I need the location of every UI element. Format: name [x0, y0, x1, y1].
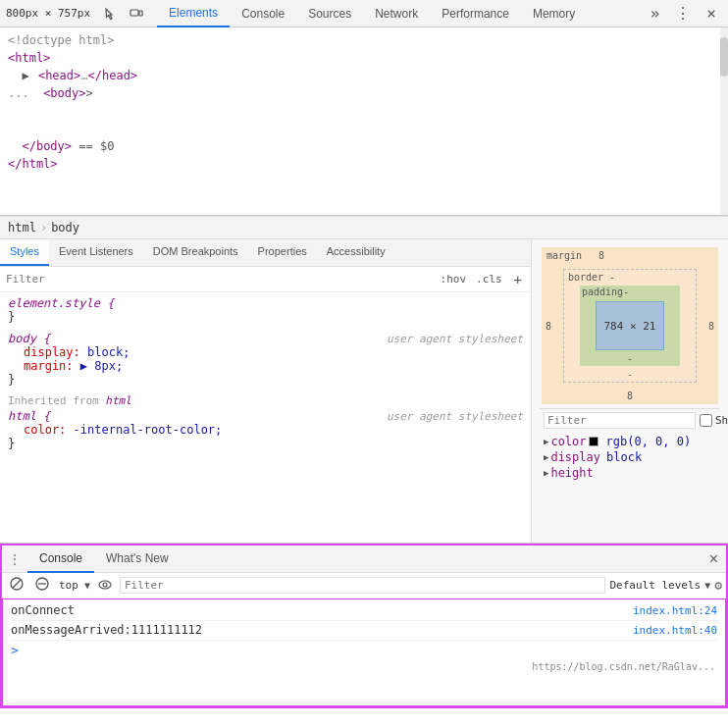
console-url: https://blog.csdn.net/RaGlav...: [11, 657, 717, 676]
console-prompt[interactable]: >: [11, 643, 717, 657]
console-drag-handle[interactable]: ⋮: [2, 551, 27, 567]
padding-bottom-value: -: [627, 353, 633, 364]
styles-panel: Styles Event Listeners DOM Breakpoints P…: [0, 239, 728, 544]
tab-event-listeners[interactable]: Event Listeners: [49, 239, 143, 266]
breadcrumb-separator: ›: [40, 221, 47, 234]
border-bottom-value: -: [627, 369, 633, 380]
console-log-onmessage: onMessageArrived:1111111112 index.html:4…: [11, 621, 717, 641]
devtools-main-tabs: Elements Console Sources Network Perform…: [157, 0, 643, 27]
style-close-brace: }: [8, 310, 15, 324]
show-all-text: Show all: [715, 414, 728, 427]
style-source-body: user agent stylesheet: [387, 333, 523, 345]
style-val-color: -internal-root-color;: [74, 423, 223, 437]
show-all-label: Show all: [700, 414, 728, 427]
margin-right-value: 8: [708, 321, 714, 332]
tab-dom-breakpoints[interactable]: DOM Breakpoints: [143, 239, 248, 266]
style-selector-body: body {: [8, 332, 50, 345]
dom-tree: <!doctype html> <html> ▶ <head>…</head> …: [0, 27, 728, 215]
style-prop-color: color:: [24, 423, 66, 437]
cls-button[interactable]: .cls: [473, 272, 505, 286]
border-top-value: -: [609, 272, 615, 283]
style-source-html: user agent stylesheet: [387, 410, 523, 423]
breadcrumb-body[interactable]: body: [51, 221, 79, 234]
color-swatch: [589, 437, 598, 446]
computed-properties: ▶ color rgb(0, 0, 0) ▶ display block ▶ h…: [540, 432, 720, 535]
tab-sources[interactable]: Sources: [296, 0, 363, 27]
inherited-from-label: Inherited from html: [8, 394, 523, 407]
more-tabs-icon[interactable]: »: [645, 2, 666, 25]
dom-line[interactable]: ▶ <head>…</head>: [8, 67, 720, 84]
computed-prop-display[interactable]: ▶ display block: [544, 449, 716, 465]
clear-console-icon[interactable]: [6, 575, 27, 596]
cursor-icon[interactable]: [100, 3, 122, 25]
tab-network[interactable]: Network: [363, 0, 430, 27]
tab-memory[interactable]: Memory: [521, 0, 587, 27]
hov-button[interactable]: :hov: [438, 272, 470, 286]
show-all-checkbox[interactable]: [700, 414, 712, 427]
box-model-container: margin 8 border - padding- 784 × 21: [540, 247, 720, 404]
no-entry-icon[interactable]: [31, 575, 53, 596]
close-console-button[interactable]: ×: [702, 550, 726, 568]
box-model: margin 8 border - padding- 784 × 21: [542, 247, 718, 404]
svg-rect-1: [139, 11, 142, 16]
dom-line: [8, 120, 720, 137]
style-val-display: block;: [87, 345, 130, 359]
svg-rect-0: [130, 10, 138, 16]
style-prop-margin: margin:: [24, 359, 74, 373]
console-output: onConnect index.html:24 onMessageArrived…: [2, 598, 726, 706]
console-toolbar: top ▼ Default levels ▼ ⚙: [2, 573, 726, 598]
computed-prop-color[interactable]: ▶ color rgb(0, 0, 0): [544, 434, 716, 449]
toolbar-icons: [100, 3, 147, 25]
tab-console-bottom[interactable]: Console: [27, 546, 94, 573]
context-dropdown-icon[interactable]: ▼: [84, 580, 90, 591]
console-settings-icon[interactable]: ⚙: [714, 578, 722, 593]
style-val-margin: ▶ 8px;: [80, 359, 123, 373]
style-rule-html: html { user agent stylesheet color: -int…: [8, 409, 523, 450]
expand-color-icon[interactable]: ▶: [544, 437, 548, 446]
dom-line[interactable]: ... <body>>: [8, 84, 720, 102]
breadcrumb-html[interactable]: html: [8, 221, 36, 234]
styles-filter-bar: :hov .cls +: [0, 267, 531, 292]
styles-filter-input[interactable]: [6, 273, 432, 286]
expand-head-icon[interactable]: ▶: [22, 67, 28, 84]
eye-icon[interactable]: [94, 576, 116, 595]
svg-line-3: [13, 580, 21, 588]
computed-filter-input[interactable]: [544, 412, 696, 429]
tab-console[interactable]: Console: [230, 0, 296, 27]
tab-whats-new[interactable]: What's New: [94, 546, 181, 573]
devtools-topbar: 800px × 757px Elements Console Sources N…: [0, 0, 728, 27]
svg-point-6: [99, 581, 111, 589]
more-menu-icon[interactable]: ⋮: [669, 2, 697, 25]
console-tab-bar: ⋮ Console What's New ×: [2, 546, 726, 573]
levels-dropdown-icon[interactable]: ▼: [704, 580, 710, 591]
tab-accessibility[interactable]: Accessibility: [317, 239, 395, 266]
dom-scrollbar[interactable]: [720, 27, 728, 215]
log-source-onmessage[interactable]: index.html:40: [633, 622, 717, 640]
expand-display-icon[interactable]: ▶: [544, 452, 548, 462]
default-levels-label: Default levels: [609, 579, 701, 592]
dom-scrollbar-thumb[interactable]: [720, 37, 728, 77]
margin-label: margin: [546, 250, 582, 261]
style-rule-element: element.style { }: [8, 296, 523, 324]
expand-height-icon[interactable]: ▶: [544, 468, 548, 478]
tab-properties[interactable]: Properties: [248, 239, 317, 266]
tab-elements[interactable]: Elements: [157, 0, 230, 27]
computed-filter-bar: Show all: [540, 408, 720, 432]
border-label: border: [568, 272, 603, 283]
console-log-onconnect: onConnect index.html:24: [11, 601, 717, 621]
close-devtools-icon[interactable]: ×: [701, 2, 722, 25]
dom-line-body-close[interactable]: </body> == $0: [8, 137, 720, 155]
add-style-rule-button[interactable]: +: [511, 272, 525, 287]
styles-tabs-bar: Styles Event Listeners DOM Breakpoints P…: [0, 239, 531, 267]
device-toggle-icon[interactable]: [126, 3, 147, 25]
breadcrumb: html › body: [0, 216, 728, 239]
filter-controls: :hov .cls: [438, 272, 505, 286]
margin-bottom-value: 8: [627, 390, 633, 401]
tab-performance[interactable]: Performance: [430, 0, 521, 27]
dom-line[interactable]: <html>: [8, 49, 720, 67]
dom-line-html-close: </html>: [8, 155, 720, 173]
console-filter-input[interactable]: [120, 577, 606, 594]
tab-styles[interactable]: Styles: [0, 239, 49, 266]
computed-prop-height[interactable]: ▶ height: [544, 465, 716, 481]
log-source-onconnect[interactable]: index.html:24: [633, 602, 717, 620]
